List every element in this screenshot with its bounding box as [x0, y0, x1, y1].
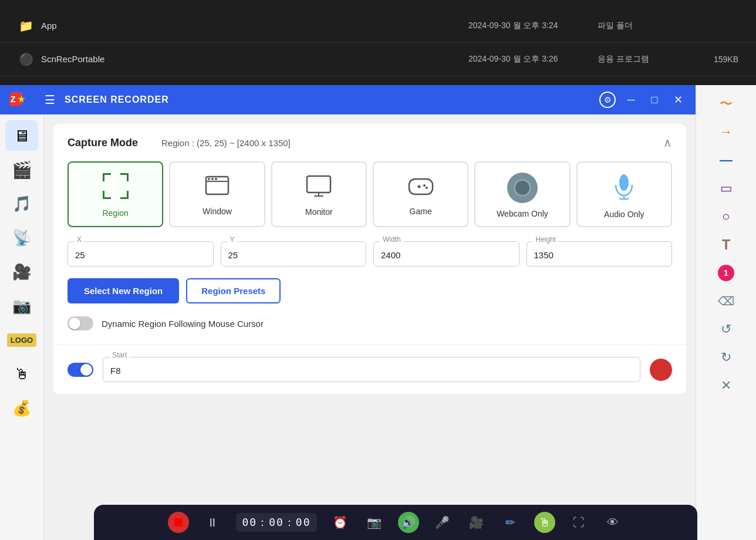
rectangle-icon: ▭	[720, 181, 733, 196]
screenshot-button[interactable]: 📷	[364, 512, 385, 533]
pause-icon: ⏸	[207, 516, 218, 529]
dynamic-region-toggle[interactable]	[68, 316, 93, 330]
file-row-app[interactable]: 📁 App 2024-09-30 월 오후 3:24 파일 폴더	[0, 9, 756, 43]
capture-mode-panel: Capture Mode Region : (25, 25) ~ [2400 x…	[53, 124, 686, 394]
panel-title: Capture Mode	[68, 137, 138, 149]
app-title: SCREEN RECORDER	[65, 95, 599, 105]
height-input[interactable]	[526, 241, 673, 266]
select-new-region-button[interactable]: Select New Region	[68, 278, 179, 303]
svg-text:Z: Z	[11, 95, 16, 104]
record-start-button[interactable]	[650, 359, 672, 381]
pen-button[interactable]: ✏	[500, 512, 521, 533]
game-label: Game	[410, 207, 432, 216]
height-label: Height	[534, 235, 559, 244]
timer-display: 00：00：00	[236, 513, 316, 532]
mode-btn-monitor[interactable]: Monitor	[271, 161, 367, 227]
alarm-button[interactable]: ⏰	[330, 512, 351, 533]
rectangle-tool[interactable]: ▭	[711, 177, 741, 200]
start-shortcut-input[interactable]	[103, 357, 640, 382]
audio-sidebar-icon: 🎵	[12, 195, 31, 213]
arrow-icon: →	[720, 124, 733, 140]
pause-button[interactable]: ⏸	[202, 512, 223, 533]
close-tool[interactable]: ✕	[711, 374, 741, 397]
text-icon: T	[722, 237, 731, 253]
wavy-icon: 〜	[720, 95, 733, 113]
sidebar-item-webcam[interactable]: 🎥	[5, 256, 38, 287]
circle-icon: ○	[722, 209, 730, 224]
sidebar-item-audio[interactable]: 🎵	[5, 188, 38, 219]
number-tool[interactable]: 1	[711, 261, 741, 285]
y-label: Y	[228, 235, 237, 244]
circle-tool[interactable]: ○	[711, 205, 741, 228]
sidebar: 🖥 🎬 🎵 📡 🎥 📷 LOGO 🖱	[0, 114, 44, 540]
y-input[interactable]	[221, 241, 367, 266]
sidebar-item-camera[interactable]: 📷	[5, 291, 38, 321]
dash-line-tool[interactable]: —	[711, 148, 741, 172]
webcam-toolbar-button[interactable]: 🎥	[466, 512, 487, 533]
logo-sidebar-icon: LOGO	[7, 333, 36, 347]
region-info: Region : (25, 25) ~ [2400 x 1350]	[161, 138, 663, 148]
wavy-line-tool[interactable]: 〜	[711, 92, 741, 116]
fullscreen-button[interactable]: ⛶	[568, 512, 589, 533]
preview-button[interactable]: 👁	[602, 512, 623, 533]
title-bar-controls: ⚙ ─ □ ✕	[599, 92, 686, 108]
audio-label: Audio Only	[604, 210, 644, 219]
sidebar-item-screen[interactable]: 🖥	[5, 120, 38, 151]
video-icon: 🎬	[12, 160, 32, 180]
region-presets-button[interactable]: Region Presets	[186, 278, 281, 303]
arrow-tool[interactable]: →	[711, 120, 741, 144]
mode-btn-game[interactable]: Game	[373, 161, 468, 227]
dash-icon: —	[720, 153, 733, 168]
maximize-button[interactable]: □	[646, 92, 663, 108]
x-input[interactable]	[68, 241, 214, 266]
camera-toolbar-icon: 📷	[367, 515, 382, 529]
sidebar-item-logo[interactable]: LOGO	[5, 325, 38, 355]
cursor-button[interactable]: 🖱	[534, 512, 555, 533]
volume-button[interactable]: 🔊	[398, 512, 419, 533]
width-field: Width	[373, 241, 519, 266]
svg-rect-9	[307, 176, 330, 193]
width-input[interactable]	[373, 241, 519, 266]
mode-btn-window[interactable]: Window	[169, 161, 265, 227]
sidebar-item-money[interactable]: 💰	[5, 393, 38, 423]
mode-btn-audio[interactable]: Audio Only	[576, 161, 672, 227]
title-bar: Z ★ ☰ SCREEN RECORDER ⚙ ─ □ ✕	[0, 85, 696, 114]
mic-button[interactable]: 🎤	[432, 512, 453, 533]
mode-btn-region[interactable]: Region	[68, 161, 163, 227]
file-manager: 📁 App 2024-09-30 월 오후 3:24 파일 폴더 ⚫ ScnRe…	[0, 0, 756, 85]
app-body: 🖥 🎬 🎵 📡 🎥 📷 LOGO 🖱	[0, 114, 696, 540]
app-icon: ⚫	[18, 51, 34, 68]
redo-tool[interactable]: ↻	[711, 346, 741, 369]
dynamic-region-row: Dynamic Region Following Mouse Cursor	[68, 316, 672, 330]
sidebar-item-wifi[interactable]: 📡	[5, 222, 38, 253]
collapse-button[interactable]: ∧	[663, 136, 672, 150]
record-icon	[174, 518, 183, 526]
window-icon	[205, 176, 230, 201]
sidebar-item-video[interactable]: 🎬	[5, 154, 38, 185]
fullscreen-icon: ⛶	[573, 516, 585, 529]
record-button[interactable]	[168, 512, 189, 533]
file-row-scnrec[interactable]: ⚫ ScnRecPortable 2024-09-30 월 오후 3:26 응용…	[0, 43, 756, 76]
webcam-sidebar-icon: 🎥	[12, 263, 31, 281]
svg-point-8	[215, 178, 217, 180]
height-field: Height	[526, 241, 673, 266]
menu-icon[interactable]: ☰	[45, 93, 55, 107]
svg-point-6	[208, 178, 210, 180]
text-tool[interactable]: T	[711, 233, 741, 256]
start-toggle[interactable]	[68, 363, 93, 377]
undo-tool[interactable]: ↺	[711, 318, 741, 341]
start-row: Start	[68, 357, 672, 382]
money-icon: 💰	[12, 399, 31, 417]
mode-btn-webcam[interactable]: Webcam Only	[474, 161, 570, 227]
close-button[interactable]: ✕	[670, 92, 686, 108]
svg-point-7	[211, 178, 214, 180]
width-label: Width	[380, 235, 403, 244]
settings-icon[interactable]: ⚙	[599, 92, 616, 108]
file-date-scnrec: 2024-09-30 월 오후 3:26	[468, 54, 598, 65]
minimize-button[interactable]: ─	[623, 92, 639, 108]
sidebar-item-cursor[interactable]: 🖱	[5, 359, 38, 389]
eraser-icon: ⌫	[718, 294, 734, 308]
eraser-tool[interactable]: ⌫	[711, 289, 741, 313]
folder-icon: 📁	[18, 18, 34, 34]
redo-icon: ↻	[721, 350, 731, 365]
